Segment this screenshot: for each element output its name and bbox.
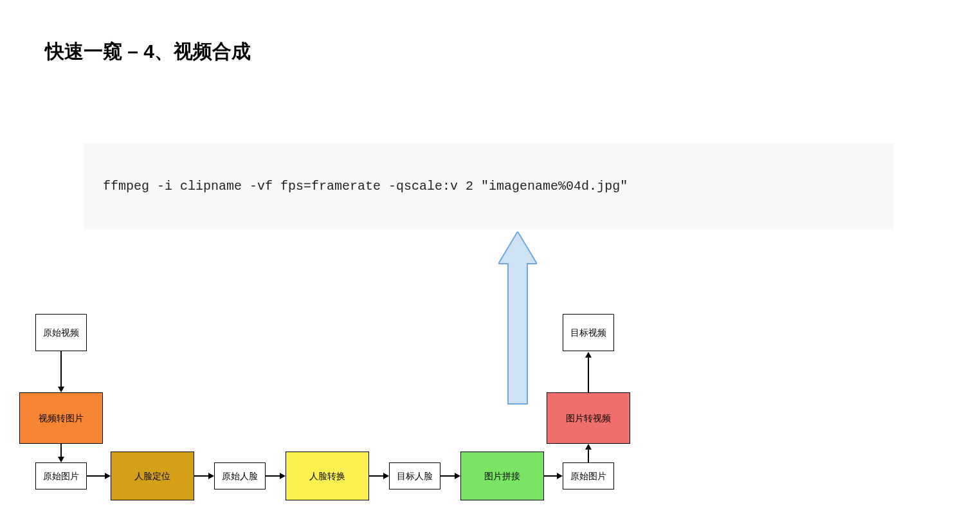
code-text: ffmpeg -i clipname -vf fps=framerate -qs…: [103, 179, 628, 194]
arrow-head-down-icon: [58, 387, 64, 392]
arrow-line: [60, 351, 62, 387]
arrow-head-right-icon: [557, 473, 563, 479]
node-face-swap: 人脸转换: [286, 452, 369, 500]
node-face-locate: 人脸定位: [111, 452, 194, 500]
node-source-image-2: 原始图片: [563, 462, 614, 489]
node-image-stitch: 图片拼接: [460, 452, 544, 500]
big-arrow-up-icon: [498, 232, 537, 405]
node-video-to-image: 视频转图片: [19, 392, 103, 444]
arrow-line: [194, 475, 208, 477]
arrow-line: [544, 475, 557, 477]
arrow-head-right-icon: [383, 473, 389, 479]
arrow-head-right-icon: [280, 473, 286, 479]
arrow-head-up-icon: [585, 444, 592, 450]
arrow-line: [60, 444, 62, 457]
page-title: 快速一窥 – 4、视频合成: [45, 39, 251, 65]
arrow-head-right-icon: [208, 473, 214, 479]
arrow-head-down-icon: [58, 457, 64, 462]
arrow-head-right-icon: [105, 473, 111, 479]
node-image-to-video: 图片转视频: [547, 392, 630, 444]
arrow-head-up-icon: [585, 352, 592, 358]
arrow-line: [87, 475, 105, 477]
arrow-line: [369, 475, 383, 477]
arrow-line: [440, 475, 455, 477]
node-target-video: 目标视频: [563, 314, 614, 351]
arrow-line: [266, 475, 280, 477]
node-source-image-1: 原始图片: [35, 462, 87, 489]
node-source-face: 原始人脸: [214, 462, 266, 489]
code-block: ffmpeg -i clipname -vf fps=framerate -qs…: [84, 143, 894, 230]
arrow-head-right-icon: [455, 473, 460, 479]
node-target-face: 目标人脸: [389, 462, 440, 489]
arrow-line: [588, 357, 589, 392]
svg-marker-0: [498, 232, 537, 404]
arrow-line: [588, 449, 589, 462]
node-source-video: 原始视频: [35, 314, 87, 351]
